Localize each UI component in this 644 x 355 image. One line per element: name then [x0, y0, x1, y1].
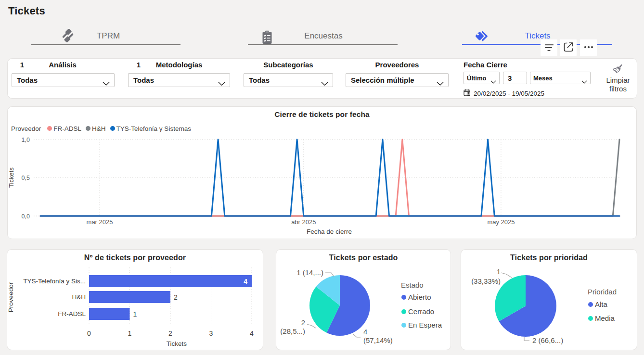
callout-line — [524, 337, 529, 341]
prioridad-pie-chart[interactable]: 2 (66,6...)1(33,33%)PrioridadAltaMedia — [0, 0, 644, 355]
callout-line — [501, 273, 512, 278]
pie-legend-title: Prioridad — [588, 288, 617, 296]
legend-label[interactable]: Alta — [595, 300, 608, 308]
legend-dot — [588, 316, 593, 321]
legend-dot — [588, 302, 593, 307]
pie-data-label: (33,33%) — [471, 277, 501, 285]
pie-data-label: 2 (66,6...) — [532, 336, 563, 344]
legend-label[interactable]: Media — [595, 314, 615, 322]
pie-data-label: 1 — [497, 267, 501, 276]
